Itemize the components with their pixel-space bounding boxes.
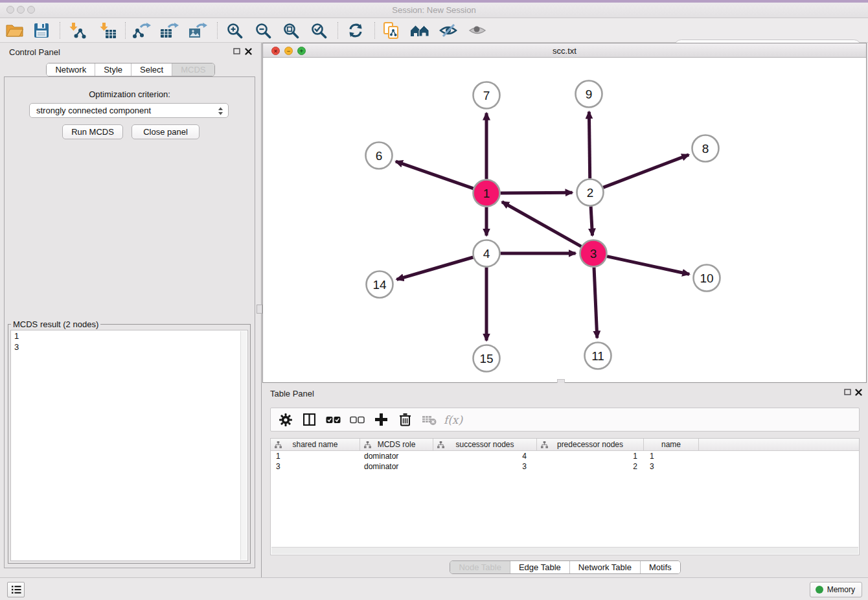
criterion-select[interactable]: strongly connected component [29,103,229,118]
apply-preferred-layout-icon[interactable] [345,21,367,40]
graph-edge-2-9[interactable] [589,112,589,179]
column-header-filler [699,439,859,450]
tab-node-table[interactable]: Node Table [450,561,510,573]
column-settings-gear-icon[interactable] [273,410,297,430]
graph-edge-2-8[interactable] [603,155,689,187]
import-network-from-file-icon[interactable] [66,21,88,40]
function-builder-icon: f(x) [441,410,465,430]
graph-node-3[interactable]: 3 [580,240,607,267]
zoom-out-icon[interactable] [252,21,274,40]
status-bar: Memory [0,577,868,600]
cell-predecessor-nodes: 2 [537,461,644,472]
mcds-result-textarea[interactable]: 1 3 [10,330,248,561]
cell-filler [699,461,859,472]
tab-style[interactable]: Style [95,63,131,76]
table-row[interactable]: 3 dominator 3 2 3 [271,461,859,472]
control-panel-close-icon[interactable] [245,48,252,55]
mcds-panel: Optimization criterion: strongly connect… [4,76,255,568]
column-header-successor-nodes[interactable]: successor nodes [433,439,537,450]
cell-shared-name: 3 [271,461,360,472]
deselect-all-icon[interactable] [345,410,369,430]
save-session-icon[interactable] [30,21,52,40]
table-panel-tabs: Node Table Edge Table Network Table Moti… [262,560,868,574]
import-table-from-file-icon[interactable] [97,21,119,40]
vertical-splitter-grip[interactable] [257,305,262,314]
graph-node-1[interactable]: 1 [474,180,500,207]
graph-node-10[interactable]: 10 [694,265,720,292]
table-panel-close-icon[interactable] [855,389,862,396]
graph-node-4[interactable]: 4 [474,240,500,267]
table-row[interactable]: 1 dominator 4 1 1 [271,451,859,461]
zoom-fit-content-icon[interactable] [280,21,302,40]
network-graph[interactable]: 1234678910111415 [263,58,865,382]
tab-network-table[interactable]: Network Table [569,561,640,573]
graph-node-label: 15 [479,352,493,365]
new-network-from-selection-icon[interactable] [380,21,402,40]
network-window-title: scc.txt [263,46,866,56]
select-chevrons-icon [217,106,224,116]
column-header-mcds-role[interactable]: MCDS role [360,439,433,450]
main-toolbar [0,18,868,43]
column-header-name[interactable]: name [644,439,699,450]
node-table: shared name MCDS role [270,438,860,555]
graph-edge-3-1[interactable] [502,202,581,247]
cell-shared-name: 1 [271,451,360,461]
graph-node-label: 6 [376,149,383,163]
memory-button[interactable]: Memory [810,582,862,597]
network-canvas[interactable]: 1234678910111415 [263,58,866,382]
cell-predecessor-nodes: 1 [537,451,644,461]
shared-column-icon [541,441,548,448]
export-image-icon[interactable] [187,21,209,40]
graph-edge-3-11[interactable] [594,268,597,338]
toolbar-separator [60,22,60,39]
cell-mcds-role: dominator [360,451,433,461]
graph-node-label: 14 [372,278,387,292]
export-network-icon[interactable] [130,21,152,40]
zoom-in-icon[interactable] [223,21,246,40]
close-panel-button[interactable]: Close panel [131,124,200,139]
graph-node-9[interactable]: 9 [576,81,602,108]
tab-motifs[interactable]: Motifs [640,561,680,573]
column-header-shared-name[interactable]: shared name [271,439,360,450]
tab-network[interactable]: Network [47,63,95,76]
delete-row-icon[interactable] [393,410,417,430]
graph-node-2[interactable]: 2 [577,179,604,206]
graph-edge-3-10[interactable] [607,257,689,275]
column-header-predecessor-nodes[interactable]: predecessor nodes [537,439,644,450]
graph-node-11[interactable]: 11 [585,343,611,369]
result-scrollbar[interactable] [240,331,247,560]
tab-mcds[interactable]: MCDS [172,63,214,76]
first-neighbors-icon[interactable] [409,21,431,40]
table-panel-title: Table Panel [270,389,314,398]
table-panel-float-icon[interactable] [844,389,851,396]
graph-node-6[interactable]: 6 [366,143,393,169]
application-window: Session: New Session [0,0,868,600]
tab-edge-table[interactable]: Edge Table [510,561,569,573]
graph-node-8[interactable]: 8 [692,135,719,162]
cell-name: 1 [644,451,699,461]
window-titlebar: Session: New Session [0,0,868,18]
graph-edge-1-6[interactable] [396,161,474,189]
network-window-titlebar[interactable]: × − + scc.txt [263,43,866,58]
show-columns-icon[interactable] [297,410,321,430]
show-all-icon[interactable] [466,21,488,40]
criterion-select-value: strongly connected component [36,106,151,115]
task-history-button[interactable] [7,582,25,597]
graph-node-7[interactable]: 7 [474,82,500,109]
graph-edge-2-3[interactable] [591,207,592,236]
select-all-icon[interactable] [321,410,345,430]
control-panel-float-icon[interactable] [233,48,240,55]
graph-edge-1-2[interactable] [501,192,573,193]
graph-node-15[interactable]: 15 [474,345,500,372]
open-session-icon[interactable] [3,21,25,40]
graph-node-14[interactable]: 14 [367,271,393,298]
add-row-icon[interactable] [369,410,393,430]
hide-selected-icon[interactable] [437,21,459,40]
run-mcds-button[interactable]: Run MCDS [62,124,123,139]
control-panel: Control Panel Network Style Select MCDS … [0,43,262,577]
tab-select[interactable]: Select [131,63,172,76]
table-horizontal-scrollbar[interactable] [271,547,858,554]
graph-edge-4-14[interactable] [396,257,473,279]
export-table-icon[interactable] [158,21,180,40]
zoom-selected-region-icon[interactable] [308,21,330,40]
